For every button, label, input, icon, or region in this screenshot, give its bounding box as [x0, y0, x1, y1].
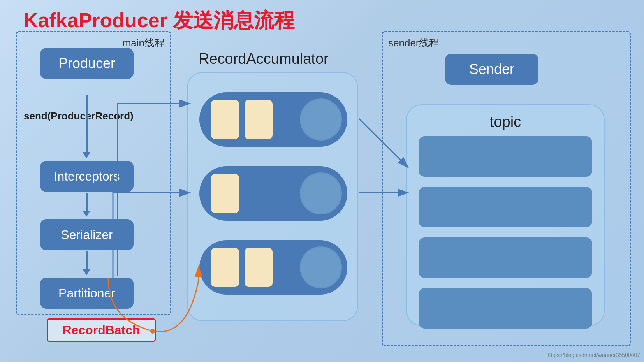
record-batch-label: RecordBatch — [47, 318, 156, 342]
pill-card-3a — [211, 248, 239, 287]
pill-row-1 — [199, 92, 347, 147]
main-thread-container: main线程 Producer send(ProducerRecord) Int… — [16, 31, 171, 315]
pill-card-1a — [211, 100, 239, 139]
watermark: https://blog.csdn.net/wanner35500007 — [548, 352, 640, 358]
topic-label: topic — [490, 114, 521, 130]
pill-circle-1 — [300, 98, 342, 141]
pill-circle-3 — [300, 246, 342, 288]
interceptors-block: Interceptors — [40, 161, 134, 192]
send-label: send(ProducerRecord) — [24, 110, 134, 122]
topic-card-3 — [419, 237, 592, 278]
pill-card-1b — [245, 100, 273, 139]
pill-card-2a — [211, 174, 239, 213]
record-accumulator-container — [187, 72, 358, 321]
sender-thread-label: sender线程 — [388, 36, 440, 50]
topic-card-2 — [419, 187, 592, 227]
connector-line-2 — [86, 193, 88, 211]
producer-block: Producer — [40, 48, 134, 79]
serializer-block: Serializer — [40, 219, 134, 250]
topic-card-1 — [419, 136, 592, 177]
sender-block: Sender — [445, 54, 538, 85]
topic-container: topic — [406, 104, 605, 326]
connector-arrow-3 — [83, 269, 90, 275]
pill-circle-2 — [300, 172, 342, 214]
sender-thread-container: sender线程 Sender topic — [382, 31, 631, 346]
connector-arrow-2 — [83, 211, 90, 217]
connector-arrow-1 — [83, 152, 90, 158]
pill-row-2 — [199, 166, 347, 221]
topic-card-4 — [419, 288, 592, 329]
page-title: KafkaProducer 发送消息流程 — [23, 7, 294, 34]
partitioner-block: Partitioner — [40, 278, 134, 309]
connector-line-3 — [86, 251, 88, 270]
pill-row-3 — [199, 240, 347, 295]
connector-line-1 — [86, 95, 88, 153]
pill-card-3b — [245, 248, 273, 287]
record-accumulator-label: RecordAccumulator — [199, 51, 329, 67]
